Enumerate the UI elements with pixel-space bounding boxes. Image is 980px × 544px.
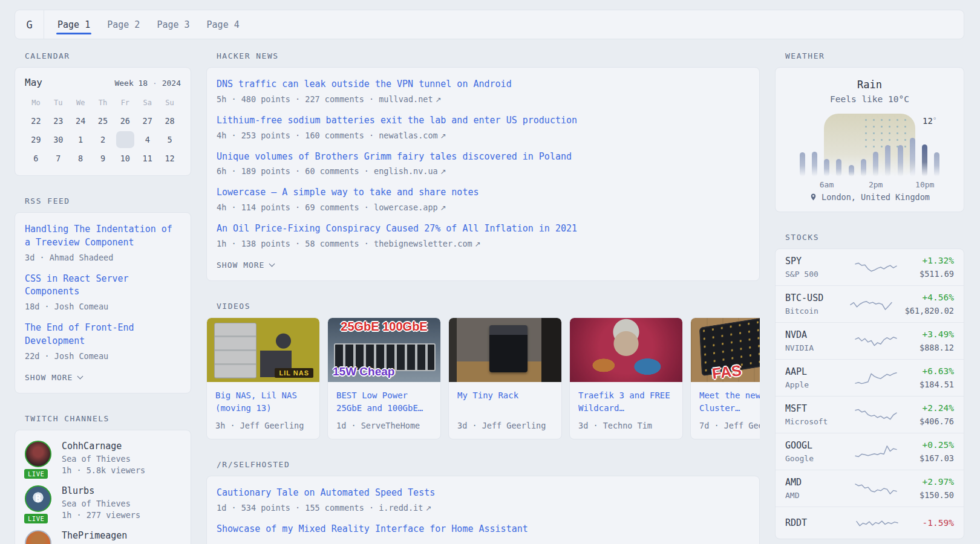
weather-location: London, United Kingdom xyxy=(788,192,952,202)
reddit-card: Cautionary Tale on Automated Speed Tests… xyxy=(206,476,760,544)
thumbnail-text: FAS xyxy=(711,361,743,382)
hackernews-item-title[interactable]: Unique volumes of Brothers Grimm fairy t… xyxy=(217,151,750,164)
video-card[interactable]: FAS Meet the new Linux Cluster… 7d · Jef… xyxy=(690,317,760,439)
chevron-down-icon xyxy=(269,261,275,267)
stock-values: +2.97% $150.50 xyxy=(920,477,954,500)
show-more-label: SHOW MORE xyxy=(25,373,73,382)
video-card[interactable]: Traefik 3 and FREE Wildcard… 3d · Techno… xyxy=(569,317,683,439)
page-tab[interactable]: Page 3 xyxy=(157,10,189,39)
external-link-icon: ↗ xyxy=(475,240,481,248)
weather-bar xyxy=(910,138,915,176)
twitch-channel-row[interactable]: LIVE CohhCarnage Sea of Thieves 1h · 5.8… xyxy=(25,441,181,475)
weather-time-labels: 6am2pm10pm xyxy=(800,180,940,190)
top-navbar: G Page 1 Page 2 Page 3 Page 4 xyxy=(15,10,964,39)
calendar-day-grid: 222324252627282930123456789101112 xyxy=(25,111,181,167)
stocks-section-label: STOCKS xyxy=(785,233,964,242)
stock-row[interactable]: MSFT Microsoft +2.24% $406.76 xyxy=(776,396,964,433)
stock-values: +1.32% $511.69 xyxy=(920,256,954,279)
reddit-widget: /R/SELFHOSTED Cautionary Tale on Automat… xyxy=(206,460,760,544)
stock-symbol: AMD xyxy=(785,477,843,488)
calendar-weekday: Th xyxy=(92,94,114,111)
current-temp-label: 12° xyxy=(923,116,936,126)
page-tabs: Page 1 Page 2 Page 3 Page 4 xyxy=(44,10,240,39)
calendar-weekday: We xyxy=(70,94,92,111)
stock-row[interactable]: BTC-USD Bitcoin +4.56% $61,820.02 xyxy=(776,285,964,322)
hackernews-item: Unique volumes of Brothers Grimm fairy t… xyxy=(217,151,750,176)
live-badge: LIVE xyxy=(23,468,49,480)
hackernews-show-more-button[interactable]: SHOW MORE xyxy=(217,261,274,270)
hackernews-item-meta-text: 4h · 253 points · 160 comments · newatla… xyxy=(217,131,438,140)
video-title[interactable]: BEST Low Power 25GbE and 100GbE Switch… xyxy=(336,389,432,416)
stock-change: +0.25% xyxy=(920,440,954,450)
stock-name: NVIDIA xyxy=(785,343,843,352)
hackernews-item-title[interactable]: Lithium-free sodium batteries exit the l… xyxy=(217,114,750,128)
video-title[interactable]: Meet the new Linux Cluster… xyxy=(699,389,760,416)
twitch-channel-name[interactable]: ThePrimeagen xyxy=(62,530,127,541)
avatar: B xyxy=(25,485,51,512)
twitch-channel-name[interactable]: CohhCarnage xyxy=(62,441,145,452)
video-card[interactable]: My Tiny Rack 3d · Jeff Geerling xyxy=(448,317,562,439)
stock-sparkline xyxy=(854,406,898,424)
stock-symbol: SPY xyxy=(785,256,843,267)
stock-change: +2.24% xyxy=(920,403,954,413)
rss-item-meta-text: 18d · Josh Comeau xyxy=(25,302,108,311)
calendar-day: 2 xyxy=(92,130,114,149)
calendar-header: May Week 18 · 2024 xyxy=(25,77,181,88)
stocks-card: SPY S&P 500 +1.32% $511.69 xyxy=(775,248,964,539)
stock-row[interactable]: AMD AMD +2.97% $150.50 xyxy=(776,470,964,507)
page-tab[interactable]: Page 1 xyxy=(57,10,90,39)
twitch-channel-name[interactable]: Blurbs xyxy=(62,485,140,496)
hackernews-item: Lithium-free sodium batteries exit the l… xyxy=(217,114,750,140)
stock-row[interactable]: SPY S&P 500 +1.32% $511.69 xyxy=(776,249,964,285)
rss-item-title[interactable]: Handling The Indentation of a Treeview C… xyxy=(25,223,181,250)
stock-change: +2.97% xyxy=(920,477,954,487)
twitch-channel-row[interactable]: ThePrimeagen xyxy=(25,530,181,544)
hackernews-item-title[interactable]: DNS traffic can leak outside the VPN tun… xyxy=(217,78,750,91)
weather-location-text: London, United Kingdom xyxy=(822,192,930,202)
rss-show-more-button[interactable]: SHOW MORE xyxy=(25,373,82,382)
stock-change: +1.32% xyxy=(920,256,954,265)
rss-list: Handling The Indentation of a Treeview C… xyxy=(25,223,181,361)
hackernews-list: DNS traffic can leak outside the VPN tun… xyxy=(217,78,750,248)
page-tab[interactable]: Page 4 xyxy=(207,10,240,39)
reddit-item-title[interactable]: Showcase of my Mixed Reality Interface f… xyxy=(217,523,750,536)
twitch-channel-info: CohhCarnage Sea of Thieves 1h · 5.8k vie… xyxy=(62,441,145,475)
weather-bar xyxy=(898,145,903,176)
page-tab[interactable]: Page 2 xyxy=(107,10,140,39)
reddit-item: Showcase of my Mixed Reality Interface f… xyxy=(217,523,750,536)
rss-item-title[interactable]: The End of Front-End Development xyxy=(25,322,181,348)
twitch-channel-row[interactable]: B LIVE Blurbs Sea of Thieves 1h · 277 vi… xyxy=(25,485,181,520)
weather-bar xyxy=(812,152,817,176)
rss-item-title[interactable]: CSS in React Server Components xyxy=(25,273,181,299)
weather-bar xyxy=(836,159,841,176)
stock-row[interactable]: NVDA NVIDIA +3.49% $888.12 xyxy=(776,322,964,359)
stock-identity: AMD AMD xyxy=(785,477,843,500)
calendar-day: 11 xyxy=(136,149,158,167)
stock-row[interactable]: RDDT -1.59% xyxy=(776,507,964,539)
weather-feels-like: Feels like 10°C xyxy=(788,94,952,104)
stock-row[interactable]: AAPL Apple +6.63% $184.51 xyxy=(776,359,964,396)
stock-row[interactable]: GOOGL Google +0.25% $167.03 xyxy=(776,433,964,470)
stocks-widget: STOCKS SPY S&P 500 +1.32% $511.69 xyxy=(775,233,964,539)
video-card[interactable]: LIL NAS Big NAS, Lil NAS (moving 13) 3h … xyxy=(206,317,320,439)
hackernews-widget: HACKER NEWS DNS traffic can leak outside… xyxy=(206,51,760,281)
video-title[interactable]: My Tiny Rack xyxy=(457,389,553,416)
video-card[interactable]: 25GbE 100GbE 15W Cheap BEST Low Power 25… xyxy=(327,317,441,439)
hackernews-item: DNS traffic can leak outside the VPN tun… xyxy=(217,78,750,104)
hackernews-item-meta: 5h · 480 points · 227 comments · mullvad… xyxy=(217,94,750,104)
video-title[interactable]: Traefik 3 and FREE Wildcard… xyxy=(578,389,674,416)
hackernews-item-title[interactable]: An Oil Price-Fixing Conspiracy Caused 27… xyxy=(217,222,750,236)
thumbnail-text: 25GbE 100GbE xyxy=(328,320,440,334)
calendar-weekday: Su xyxy=(158,94,181,111)
calendar-week-word: Week xyxy=(114,79,133,88)
stock-price: $61,820.02 xyxy=(905,306,954,316)
app-logo[interactable]: G xyxy=(15,10,44,39)
video-card-body: Traefik 3 and FREE Wildcard… 3d · Techno… xyxy=(570,382,682,439)
reddit-item-title[interactable]: Cautionary Tale on Automated Speed Tests xyxy=(217,487,750,500)
current-temp-value: 12 xyxy=(923,116,933,126)
hackernews-item-title[interactable]: Lowercase – A simple way to take and sha… xyxy=(217,186,750,199)
calendar-day: 8 xyxy=(70,149,92,167)
avatar-initial: B xyxy=(35,493,41,504)
avatar xyxy=(25,441,51,467)
video-title[interactable]: Big NAS, Lil NAS (moving 13) xyxy=(215,389,311,416)
